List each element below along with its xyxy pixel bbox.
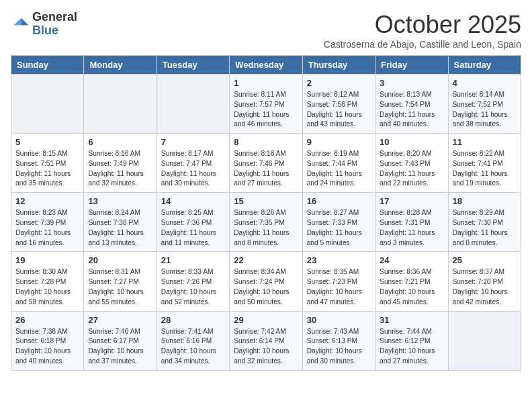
calendar-cell: 8Sunrise: 8:18 AM Sunset: 7:46 PM Daylig… — [230, 134, 302, 193]
day-info: Sunrise: 8:16 AM Sunset: 7:49 PM Dayligh… — [88, 149, 152, 189]
logo-text: General Blue — [32, 11, 77, 38]
day-number: 6 — [88, 137, 152, 147]
calendar-week-2: 5Sunrise: 8:15 AM Sunset: 7:51 PM Daylig… — [11, 134, 521, 193]
page-header: General Blue October 2025 Castroserna de… — [11, 11, 521, 50]
svg-marker-2 — [14, 17, 21, 25]
day-info: Sunrise: 8:37 AM Sunset: 7:20 PM Dayligh… — [453, 267, 517, 307]
day-number: 19 — [15, 255, 79, 265]
calendar-cell: 13Sunrise: 8:24 AM Sunset: 7:38 PM Dayli… — [84, 193, 157, 252]
calendar-week-4: 19Sunrise: 8:30 AM Sunset: 7:28 PM Dayli… — [11, 252, 521, 311]
calendar-cell: 24Sunrise: 8:36 AM Sunset: 7:21 PM Dayli… — [375, 252, 448, 311]
calendar-cell: 7Sunrise: 8:17 AM Sunset: 7:47 PM Daylig… — [157, 134, 229, 193]
calendar-cell: 20Sunrise: 8:31 AM Sunset: 7:27 PM Dayli… — [84, 252, 157, 311]
day-number: 5 — [15, 137, 79, 147]
day-number: 21 — [161, 255, 225, 265]
day-number: 12 — [15, 196, 79, 206]
calendar-cell: 1Sunrise: 8:11 AM Sunset: 7:57 PM Daylig… — [230, 75, 302, 134]
calendar-week-3: 12Sunrise: 8:23 AM Sunset: 7:39 PM Dayli… — [11, 193, 521, 252]
calendar-cell — [11, 75, 84, 134]
calendar-cell: 12Sunrise: 8:23 AM Sunset: 7:39 PM Dayli… — [11, 193, 84, 252]
col-header-monday: Monday — [84, 56, 157, 75]
calendar-cell: 18Sunrise: 8:29 AM Sunset: 7:30 PM Dayli… — [448, 193, 521, 252]
day-number: 8 — [234, 137, 298, 147]
day-number: 14 — [161, 196, 225, 206]
col-header-tuesday: Tuesday — [157, 56, 229, 75]
calendar-cell — [84, 75, 157, 134]
day-number: 15 — [234, 196, 298, 206]
day-info: Sunrise: 8:28 AM Sunset: 7:31 PM Dayligh… — [380, 208, 443, 248]
day-info: Sunrise: 7:40 AM Sunset: 6:17 PM Dayligh… — [88, 327, 152, 367]
calendar-cell: 30Sunrise: 7:43 AM Sunset: 6:13 PM Dayli… — [302, 311, 375, 370]
day-number: 18 — [453, 196, 517, 206]
svg-marker-1 — [21, 17, 29, 25]
calendar-cell: 17Sunrise: 8:28 AM Sunset: 7:31 PM Dayli… — [375, 193, 448, 252]
calendar-table: SundayMondayTuesdayWednesdayThursdayFrid… — [11, 55, 521, 371]
day-info: Sunrise: 8:36 AM Sunset: 7:21 PM Dayligh… — [380, 267, 443, 307]
day-number: 30 — [307, 315, 371, 325]
day-number: 13 — [88, 196, 152, 206]
day-number: 4 — [453, 78, 517, 88]
day-number: 16 — [307, 196, 371, 206]
day-info: Sunrise: 7:42 AM Sunset: 6:14 PM Dayligh… — [234, 327, 298, 367]
day-info: Sunrise: 7:38 AM Sunset: 6:18 PM Dayligh… — [15, 327, 79, 367]
calendar-cell: 5Sunrise: 8:15 AM Sunset: 7:51 PM Daylig… — [11, 134, 84, 193]
day-number: 26 — [15, 315, 79, 325]
calendar-cell: 25Sunrise: 8:37 AM Sunset: 7:20 PM Dayli… — [448, 252, 521, 311]
day-info: Sunrise: 7:41 AM Sunset: 6:16 PM Dayligh… — [161, 327, 225, 367]
day-info: Sunrise: 8:26 AM Sunset: 7:35 PM Dayligh… — [234, 208, 298, 248]
logo: General Blue — [11, 11, 77, 38]
col-header-thursday: Thursday — [302, 56, 375, 75]
calendar-cell — [448, 311, 521, 370]
day-info: Sunrise: 8:27 AM Sunset: 7:33 PM Dayligh… — [307, 208, 371, 248]
day-number: 23 — [307, 255, 371, 265]
calendar-cell: 6Sunrise: 8:16 AM Sunset: 7:49 PM Daylig… — [84, 134, 157, 193]
calendar-cell: 11Sunrise: 8:22 AM Sunset: 7:41 PM Dayli… — [448, 134, 521, 193]
day-number: 3 — [380, 78, 443, 88]
col-header-wednesday: Wednesday — [230, 56, 302, 75]
day-info: Sunrise: 8:30 AM Sunset: 7:28 PM Dayligh… — [15, 267, 79, 307]
location-subtitle: Castroserna de Abajo, Castille and Leon,… — [324, 39, 521, 50]
calendar-header-row: SundayMondayTuesdayWednesdayThursdayFrid… — [11, 56, 521, 75]
day-number: 11 — [453, 137, 517, 147]
calendar-week-5: 26Sunrise: 7:38 AM Sunset: 6:18 PM Dayli… — [11, 311, 521, 370]
calendar-cell: 10Sunrise: 8:20 AM Sunset: 7:43 PM Dayli… — [375, 134, 448, 193]
calendar-cell — [157, 75, 229, 134]
day-info: Sunrise: 8:22 AM Sunset: 7:41 PM Dayligh… — [453, 149, 517, 189]
calendar-cell: 4Sunrise: 8:14 AM Sunset: 7:52 PM Daylig… — [448, 75, 521, 134]
day-number: 25 — [453, 255, 517, 265]
day-number: 20 — [88, 255, 152, 265]
calendar-cell: 21Sunrise: 8:33 AM Sunset: 7:26 PM Dayli… — [157, 252, 229, 311]
day-info: Sunrise: 8:29 AM Sunset: 7:30 PM Dayligh… — [453, 208, 517, 248]
day-number: 27 — [88, 315, 152, 325]
calendar-week-1: 1Sunrise: 8:11 AM Sunset: 7:57 PM Daylig… — [11, 75, 521, 134]
day-info: Sunrise: 8:35 AM Sunset: 7:23 PM Dayligh… — [307, 267, 371, 307]
calendar-cell: 23Sunrise: 8:35 AM Sunset: 7:23 PM Dayli… — [302, 252, 375, 311]
calendar-cell: 19Sunrise: 8:30 AM Sunset: 7:28 PM Dayli… — [11, 252, 84, 311]
day-info: Sunrise: 8:11 AM Sunset: 7:57 PM Dayligh… — [234, 90, 298, 130]
calendar-cell: 22Sunrise: 8:34 AM Sunset: 7:24 PM Dayli… — [230, 252, 302, 311]
day-info: Sunrise: 8:24 AM Sunset: 7:38 PM Dayligh… — [88, 208, 152, 248]
day-info: Sunrise: 7:44 AM Sunset: 6:12 PM Dayligh… — [380, 327, 443, 367]
day-number: 7 — [161, 137, 225, 147]
calendar-cell: 2Sunrise: 8:12 AM Sunset: 7:56 PM Daylig… — [302, 75, 375, 134]
day-info: Sunrise: 8:13 AM Sunset: 7:54 PM Dayligh… — [380, 90, 443, 130]
day-info: Sunrise: 8:31 AM Sunset: 7:27 PM Dayligh… — [88, 267, 152, 307]
title-block: October 2025 Castroserna de Abajo, Casti… — [324, 11, 521, 50]
day-number: 10 — [380, 137, 443, 147]
day-info: Sunrise: 8:17 AM Sunset: 7:47 PM Dayligh… — [161, 149, 225, 189]
calendar-cell: 26Sunrise: 7:38 AM Sunset: 6:18 PM Dayli… — [11, 311, 84, 370]
day-info: Sunrise: 8:12 AM Sunset: 7:56 PM Dayligh… — [307, 90, 371, 130]
logo-icon — [11, 15, 30, 34]
col-header-sunday: Sunday — [11, 56, 84, 75]
day-number: 31 — [380, 315, 443, 325]
day-number: 1 — [234, 78, 298, 88]
day-info: Sunrise: 8:34 AM Sunset: 7:24 PM Dayligh… — [234, 267, 298, 307]
day-info: Sunrise: 8:19 AM Sunset: 7:44 PM Dayligh… — [307, 149, 371, 189]
day-number: 28 — [161, 315, 225, 325]
calendar-cell: 29Sunrise: 7:42 AM Sunset: 6:14 PM Dayli… — [230, 311, 302, 370]
day-number: 22 — [234, 255, 298, 265]
day-info: Sunrise: 8:15 AM Sunset: 7:51 PM Dayligh… — [15, 149, 79, 189]
calendar-cell: 27Sunrise: 7:40 AM Sunset: 6:17 PM Dayli… — [84, 311, 157, 370]
day-info: Sunrise: 8:25 AM Sunset: 7:36 PM Dayligh… — [161, 208, 225, 248]
day-number: 17 — [380, 196, 443, 206]
